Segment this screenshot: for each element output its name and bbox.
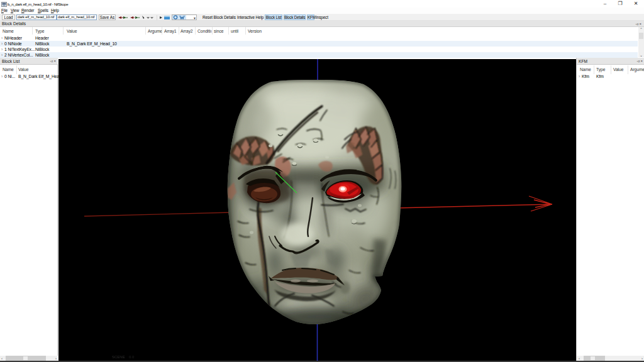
svg-text:0.0: 0.0 (129, 355, 135, 359)
svg-text:SCENE: SCENE (112, 355, 125, 359)
